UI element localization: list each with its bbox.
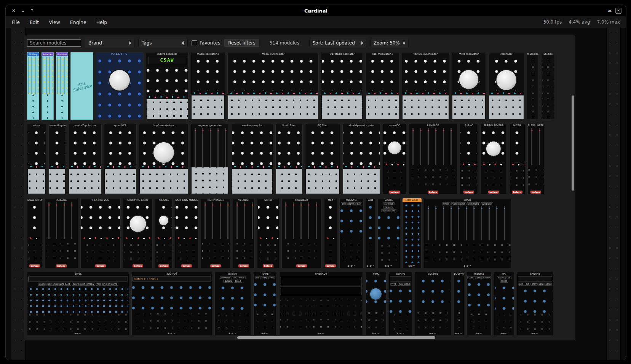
module-title: dual dynamics gate bbox=[342, 124, 380, 127]
expand-button[interactable]: ⌃ bbox=[30, 8, 34, 13]
module-macro-oscillator[interactable]: macro oscillatorCSAW bbox=[146, 52, 189, 120]
module-rotatoes[interactable]: Rotatoes bbox=[42, 52, 54, 120]
brand-logo-befaco: befaco bbox=[56, 264, 67, 267]
module-muxlicer[interactable]: MUXLICERbefaco bbox=[281, 198, 322, 268]
brand-logo-befaco: befaco bbox=[530, 191, 542, 194]
sort-dropdown[interactable]: Sort: Last updated bbox=[309, 39, 366, 47]
module-tiare[interactable]: TiAREFMFREQFINEbId°° bbox=[253, 272, 277, 336]
module-graphics bbox=[467, 280, 491, 331]
module-segment-generator[interactable]: segment generator bbox=[191, 124, 229, 194]
module-sampling-modulator[interactable]: SAMPLING MODULATORbefaco bbox=[175, 198, 198, 268]
module-liquid-filter[interactable]: liquid filter bbox=[275, 124, 303, 194]
module-undular[interactable]: UnduLaR bbox=[56, 52, 68, 120]
module-fork[interactable]: ForKbId°° bbox=[365, 272, 387, 336]
panel-stripes bbox=[57, 57, 67, 94]
panel-ports bbox=[343, 169, 380, 194]
module-multiples[interactable]: multiples bbox=[527, 52, 539, 120]
module-title: OUAIve bbox=[389, 272, 412, 276]
menubar-items: FileEditViewEngineHelp bbox=[12, 19, 107, 25]
eject-icon[interactable]: ⏏ bbox=[608, 8, 612, 13]
favorites-checkbox[interactable] bbox=[192, 40, 197, 46]
menu-item-file[interactable]: File bbox=[12, 19, 20, 25]
module-title: dTrOY bbox=[424, 198, 511, 202]
module-hex-mix-vca[interactable]: HEX MIX VCAbefaco bbox=[80, 198, 121, 268]
module-slew-limiter[interactable]: SLEW LIMITERbefaco bbox=[527, 124, 544, 194]
module-limonade[interactable]: lIMonADebId°° bbox=[279, 272, 363, 336]
x-window-icon[interactable]: ✕ bbox=[615, 8, 621, 14]
module-graphics bbox=[383, 128, 406, 189]
module-kickall[interactable]: KICKALLbefaco bbox=[155, 198, 173, 268]
module-grabby[interactable]: Grabby bbox=[27, 52, 39, 120]
module-percall[interactable]: PERCALLbefaco bbox=[45, 198, 78, 268]
module-lata[interactable]: LATabId°° bbox=[366, 198, 375, 268]
panel-ports bbox=[340, 240, 363, 263]
panel-ports-mini bbox=[28, 94, 38, 119]
module-maxfun-tf[interactable]: MaxFun.TFbId°° bbox=[403, 198, 422, 268]
module-a-b-c[interactable]: A*B+Cbefaco bbox=[460, 124, 478, 194]
module-chute[interactable]: ChUTEALTITUDEGRAVITYRESTITUTIONbId°° bbox=[377, 198, 400, 268]
module-tidal-modulator-2[interactable]: tidal modulator 2 bbox=[365, 52, 399, 120]
module-meta-modulator[interactable]: meta modulator bbox=[452, 52, 486, 120]
module-wavetable-oscillator[interactable]: wavetable oscillator bbox=[321, 52, 363, 120]
brand-dropdown[interactable]: Brand bbox=[85, 39, 134, 47]
menu-item-engine[interactable]: Engine bbox=[70, 19, 86, 25]
module-labels: CLOCKKEY SCALE GATE SLIDEPLAY COUNT PATT… bbox=[27, 282, 129, 286]
module-poupre[interactable]: pOuPRebId°° bbox=[454, 272, 464, 336]
zoom-dropdown[interactable]: Zoom: 50% bbox=[370, 39, 409, 47]
module-modal-synthesizer[interactable]: modal synthesizer bbox=[227, 52, 319, 120]
module-dikt-t[interactable]: dIKT@TCHANNELROOT NOTEGLOBALSCALEbId°° bbox=[214, 272, 251, 336]
module-stmix[interactable]: STMIXbefaco bbox=[257, 198, 279, 268]
module-labels: CHANNELROOT NOTEGLOBALSCALE bbox=[214, 276, 251, 283]
module-vc-adsr[interactable]: VC ADSRbefaco bbox=[233, 198, 255, 268]
reset-filters-button[interactable]: Reset filters bbox=[224, 39, 260, 47]
tags-dropdown[interactable]: Tags bbox=[138, 39, 188, 47]
menu-item-help[interactable]: Help bbox=[96, 19, 107, 25]
module-chopping-kinky[interactable]: CHOPPING KINKYbefaco bbox=[123, 198, 153, 268]
menu-item-view[interactable]: View bbox=[49, 19, 60, 25]
module-texture-synthesizer[interactable]: texture synthesizer bbox=[402, 52, 449, 120]
module-dual-dynamics-gate[interactable]: dual dynamics gate bbox=[342, 124, 380, 194]
module-graphics bbox=[343, 128, 380, 194]
module-zo-ma[interactable]: zOÙ MAÏPattern 0 : Track 0bId°° bbox=[131, 272, 212, 336]
module-tocante[interactable]: tOCAnTeBPHBEATSBARbId°° bbox=[339, 198, 364, 268]
panel-acc bbox=[69, 165, 101, 169]
module-magma[interactable]: maGmaSTARTLENSPEEDbId°° bbox=[466, 272, 492, 336]
vertical-scrollbar[interactable] bbox=[572, 95, 574, 191]
module-mex[interactable]: MEXbefaco bbox=[324, 198, 337, 268]
module-resonator[interactable]: resonator bbox=[488, 52, 524, 120]
menu-item-edit[interactable]: Edit bbox=[30, 19, 39, 25]
module-random-sampler[interactable]: random sampler bbox=[231, 124, 273, 194]
stat-value: 7.0% max bbox=[597, 19, 620, 25]
module-mixer[interactable]: mixer bbox=[27, 124, 46, 194]
module-rampage[interactable]: RAMPAGEbefaco bbox=[409, 124, 457, 194]
module-morphader[interactable]: MORPHADERbefaco bbox=[201, 198, 230, 268]
horizontal-scrollbar[interactable] bbox=[237, 336, 435, 339]
module-macro-oscillator-2[interactable]: macro oscillator 2 bbox=[191, 52, 225, 120]
module-spring-reverb[interactable]: SPRING REVERBbefaco bbox=[480, 124, 507, 194]
aria-signature: Aria Salvatrice bbox=[70, 79, 93, 92]
module-canard[interactable]: cANARdRECG/TSTRTLENREADbId°° bbox=[517, 272, 553, 336]
module-edsaros[interactable]: eDsaroSbId°° bbox=[415, 272, 451, 336]
search-input[interactable] bbox=[27, 39, 81, 47]
module-utilities[interactable]: utilities bbox=[541, 52, 555, 120]
module-quad-vc-polarizer[interactable]: quad VC-polarizer bbox=[68, 124, 102, 194]
module-graphics bbox=[192, 128, 228, 194]
module-bernoulli-gate[interactable]: bernoulli gate bbox=[48, 124, 66, 194]
module-title: utilities bbox=[541, 52, 555, 56]
module-evenvco[interactable]: evenVCObefaco bbox=[383, 124, 406, 194]
module-keyframer-mixer[interactable]: keyframer/mixer bbox=[139, 124, 189, 194]
module-eq-filter[interactable]: EQ filter bbox=[305, 124, 340, 194]
module-dual-attenuverter[interactable]: DUAL ATTENUVERTERbefaco bbox=[27, 198, 42, 268]
collapse-button[interactable]: ⌄ bbox=[21, 8, 25, 13]
close-button[interactable]: ✕ bbox=[12, 8, 16, 13]
module-title: KICKALL bbox=[155, 198, 173, 202]
module-quad-vca[interactable]: quad VCA bbox=[104, 124, 137, 194]
module-palette[interactable]: PALETTE bbox=[96, 52, 144, 120]
module-oa[interactable]: oAïSTARTLENSPEEDbId°° bbox=[494, 272, 514, 336]
module-bordl[interactable]: bordLCLOCKKEY SCALE GATE SLIDEPLAY COUNT… bbox=[27, 272, 129, 336]
module-title: bernoulli gate bbox=[48, 124, 66, 127]
module-dtroy[interactable]: dTrOYPITCHPULSE COUNTGATE MODESLIDE/SKIP… bbox=[424, 198, 511, 268]
module-ouaive[interactable]: OUAIveTYPEPLAY MODEbId°° bbox=[389, 272, 412, 336]
module-mixer[interactable]: MIXERbefaco bbox=[509, 124, 525, 194]
module-aria-blank[interactable]: Aria Salvatrice bbox=[70, 52, 93, 120]
